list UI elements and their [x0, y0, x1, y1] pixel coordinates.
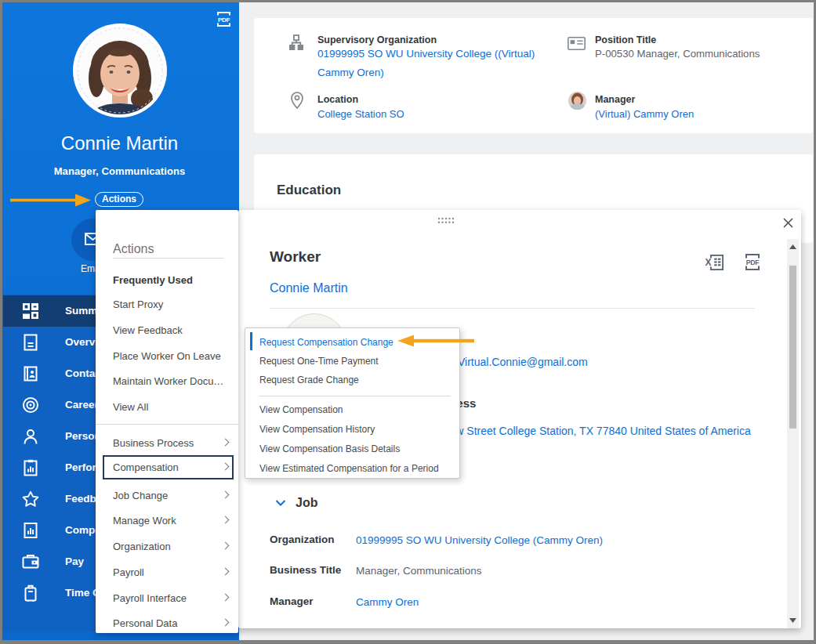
svg-text:X: X: [705, 257, 712, 268]
svg-text:PDF: PDF: [218, 16, 230, 24]
svg-text:PDF: PDF: [746, 259, 760, 266]
